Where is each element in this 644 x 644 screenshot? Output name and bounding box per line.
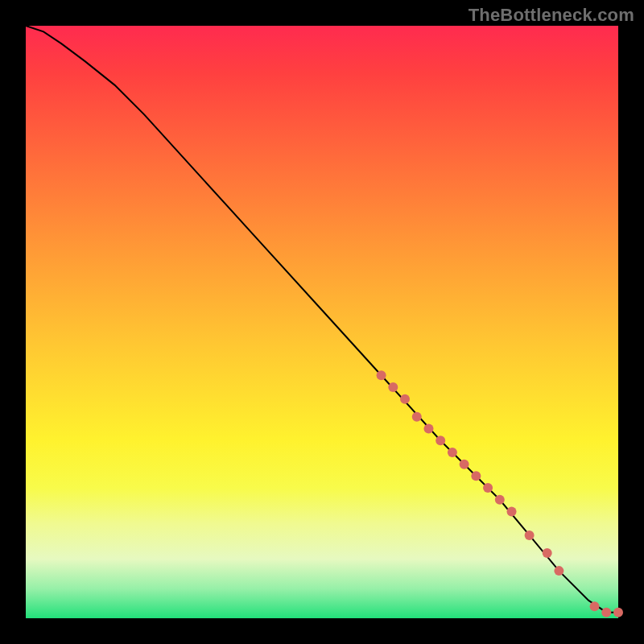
chart-curve	[26, 26, 618, 613]
chart-point	[554, 566, 564, 576]
chart-point	[507, 507, 517, 517]
chart-point	[388, 382, 398, 392]
chart-point	[423, 423, 433, 433]
chart-point	[613, 608, 623, 617]
chart-overlay	[26, 26, 618, 618]
watermark-text: TheBottleneck.com	[469, 5, 634, 26]
chart-point	[460, 460, 469, 469]
chart-point	[495, 495, 505, 505]
chart-point	[525, 530, 535, 540]
chart-point	[471, 471, 481, 481]
chart-point	[377, 370, 386, 380]
chart-point	[590, 601, 600, 611]
chart-point	[412, 412, 422, 422]
chart-point	[436, 436, 445, 445]
chart-point	[601, 608, 611, 617]
chart-points	[377, 370, 623, 617]
chart-point	[448, 448, 457, 457]
chart-point	[400, 394, 410, 404]
chart-point	[543, 548, 552, 558]
chart-point	[483, 483, 493, 493]
